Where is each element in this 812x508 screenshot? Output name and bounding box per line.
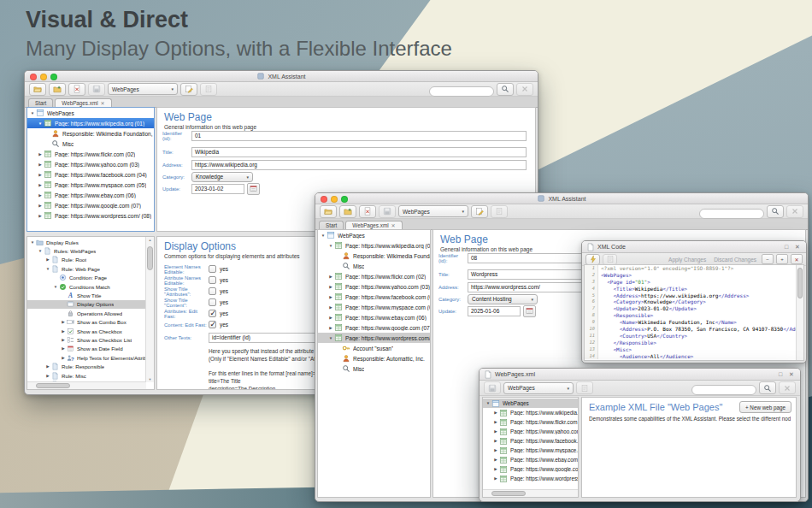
tree-item[interactable]: Responsible: Wikimedia Foundation, Inc <box>27 128 154 139</box>
decrease-font-button[interactable]: − <box>762 254 774 264</box>
tree-item[interactable]: ▶Page: https://www.facebook.com (04) <box>483 436 578 446</box>
tree-item[interactable]: ▶Page: https://www.ebay.com (06) <box>27 190 154 200</box>
tree-item[interactable]: ▶Page: https://www.facebook.com (04) <box>318 292 430 302</box>
file-dropdown[interactable]: WebPages▾ <box>398 205 468 217</box>
search-go-button[interactable] <box>759 381 776 394</box>
tree-item[interactable]: ▶Page: https://www.yahoo.com (03) <box>318 281 430 292</box>
checkbox[interactable] <box>209 321 216 328</box>
save-button[interactable] <box>88 83 105 96</box>
close-button[interactable]: ✕ <box>793 244 802 251</box>
close-code-button[interactable]: ✕ <box>791 254 803 264</box>
identifier-id-input[interactable]: 01 <box>191 131 527 141</box>
close-file-button[interactable] <box>359 205 376 218</box>
format-code-button[interactable] <box>603 254 617 265</box>
minimize-button[interactable] <box>331 196 338 203</box>
tab-webpages-xml[interactable]: WebPages.xml✕ <box>55 98 111 107</box>
tab-start[interactable]: Start <box>28 98 53 107</box>
vertical-scrollbar[interactable] <box>796 265 803 360</box>
search-input[interactable] <box>691 385 756 395</box>
tab-close-icon[interactable]: ✕ <box>391 222 396 228</box>
search-clear-button[interactable] <box>516 83 533 96</box>
calendar-button[interactable] <box>523 305 536 317</box>
open-folder-button[interactable] <box>339 205 356 218</box>
tree-item[interactable]: ▶Page: https://www.wordpress.com/ (08) <box>483 474 578 483</box>
tree-item[interactable]: ▶Page: https://www.google.com (07) <box>483 464 578 474</box>
minimize-button[interactable] <box>40 74 47 80</box>
tree-item[interactable]: ▶Page: https://www.facebook.com (04) <box>27 169 154 180</box>
date-input[interactable]: 2025-01-06 <box>468 306 521 316</box>
tree-item[interactable]: ▶Page: https://www.myspace.com (05) <box>483 446 578 455</box>
category-dropdown[interactable]: Content Hosting▾ <box>468 294 538 304</box>
search-go-button[interactable] <box>767 205 784 218</box>
tree-item[interactable]: Display Options <box>27 300 146 309</box>
file-dropdown[interactable]: WebPages▾ <box>108 83 178 95</box>
file-dropdown[interactable]: WebPages▾ <box>503 382 574 394</box>
maximize-button[interactable]: □ <box>776 371 785 377</box>
tree-item[interactable]: ▼Page: https://www.wordpress.com/ (08) <box>318 333 430 343</box>
close-button[interactable] <box>30 74 37 80</box>
scrollbar-thumb[interactable] <box>491 491 526 496</box>
date-input[interactable]: 2023-01-02 <box>191 184 244 194</box>
tree-item[interactable]: Misc <box>27 139 154 149</box>
tree-item[interactable]: ▼Rules: WebPages <box>27 246 146 255</box>
calendar-button[interactable] <box>247 183 260 195</box>
open-file-button[interactable] <box>29 83 46 96</box>
tree-item[interactable]: Misc <box>318 261 430 271</box>
tree-item[interactable]: ▼Display Rules <box>27 238 146 246</box>
tree-item[interactable]: ▶Show as Combo Box <box>27 318 146 327</box>
tree-item[interactable]: ▶Show as Checkbox List <box>27 335 146 344</box>
preview-button[interactable] <box>576 381 593 394</box>
edit-xml-button[interactable] <box>471 205 488 218</box>
checkbox[interactable] <box>209 276 216 284</box>
tree-item[interactable]: ▼Page: https://www.wikipedia.org (01) <box>318 240 430 251</box>
save-button[interactable] <box>379 205 396 218</box>
tree-item[interactable]: ▶Page: https://www.yahoo.com (03) <box>27 159 154 169</box>
tree-item[interactable]: ▼Page: https://www.wikipedia.org (01) <box>27 118 154 128</box>
tree-item[interactable]: Condition: Page <box>27 274 146 282</box>
zoom-button[interactable] <box>50 74 57 80</box>
close-button[interactable] <box>321 196 327 203</box>
new-web-page-button[interactable]: + New web page <box>739 401 791 413</box>
checkbox[interactable] <box>209 310 216 317</box>
tree-item[interactable]: ▶Page: https://www.flickr.com (02) <box>27 149 154 159</box>
tree-item[interactable]: Responsible: Wikimedia Foundation, Inc <box>318 251 430 261</box>
save-button[interactable] <box>484 381 501 394</box>
vertical-scrollbar[interactable]: ▲▼ <box>145 237 154 382</box>
scrollbar-thumb[interactable] <box>147 246 153 270</box>
checkbox[interactable] <box>209 298 216 306</box>
checkbox[interactable] <box>209 287 216 295</box>
tree-item[interactable]: ▼Conditions Match <box>27 282 146 291</box>
tree-item[interactable]: ▶?Help Texts for Elements/Attributes <box>27 353 146 362</box>
horizontal-scrollbar[interactable] <box>483 489 578 497</box>
tree-item[interactable]: ▼WebPages <box>27 108 154 118</box>
scrollbar-thumb[interactable] <box>797 268 803 298</box>
tree-item[interactable]: Misc <box>318 363 430 374</box>
search-input[interactable] <box>429 86 494 97</box>
tree-item[interactable]: Responsible: Automattic, Inc. <box>318 353 430 363</box>
category-dropdown[interactable]: Knowledge▾ <box>191 172 253 182</box>
tree-item[interactable]: ▶Page: https://www.myspace.com (05) <box>27 180 154 190</box>
maximize-button[interactable]: □ <box>782 244 791 250</box>
checkbox[interactable] <box>209 265 216 273</box>
search-clear-button[interactable] <box>786 205 803 218</box>
tree-item[interactable]: ▼WebPages <box>483 399 578 408</box>
tree-item[interactable]: ▶Page: https://www.myspace.com (05) <box>318 302 430 312</box>
tree-item[interactable]: ▶Rule: Misc <box>27 371 146 380</box>
preview-button[interactable] <box>491 205 508 218</box>
close-file-button[interactable] <box>68 83 85 96</box>
horizontal-scrollbar[interactable] <box>27 381 146 389</box>
tree-item[interactable]: ▶Page: https://www.ebay.com (06) <box>318 312 430 322</box>
search-clear-button[interactable] <box>779 381 796 394</box>
scrollbar-thumb[interactable] <box>36 383 70 388</box>
tab-webpages-xml[interactable]: WebPages.xml✕ <box>345 221 402 229</box>
increase-font-button[interactable]: + <box>776 254 788 264</box>
tab-close-icon[interactable]: ✕ <box>101 100 105 106</box>
open-file-button[interactable] <box>320 205 337 218</box>
tree-item[interactable]: ▶Page: https://www.google.com (07) <box>318 322 430 333</box>
tree-item[interactable]: Operations Allowed <box>27 309 146 317</box>
preview-button[interactable] <box>200 83 217 96</box>
tree-item[interactable]: ▶Page: https://www.wikipedia.org (01) <box>483 408 578 417</box>
title-input[interactable]: Wikipedia <box>191 147 527 157</box>
tree-item[interactable]: Account "susan" <box>318 343 430 353</box>
tree-item[interactable]: ▼Rule: Web Page <box>27 264 146 273</box>
